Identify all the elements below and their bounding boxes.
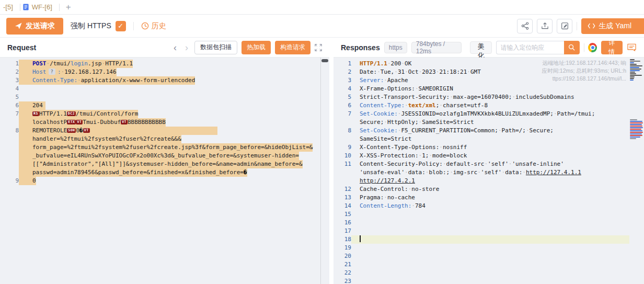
fullscreen-icon[interactable] (315, 44, 322, 51)
code-line: Host?:·192.168.127.146 (19, 68, 117, 76)
fuzz-help-badge[interactable]: ? (49, 69, 55, 75)
send-request-button[interactable]: 发送请求 (6, 18, 63, 35)
edit-button[interactable] (557, 19, 572, 33)
code-row: 90 (0, 177, 329, 185)
history-button[interactable]: 历史 (141, 21, 166, 31)
code-row: 21 (334, 260, 644, 269)
line-number: 19 (334, 244, 351, 252)
minimap-bar (630, 62, 634, 63)
code-line: Strict-Transport-Security:·max-age=16070… (351, 93, 574, 101)
code-row: 23 (334, 277, 644, 284)
code-row: 17 (334, 227, 644, 235)
generate-yaml-label: 生成 Yaml (599, 21, 631, 31)
line-number (0, 168, 19, 177)
code-row: 5Strict-Transport-Security:·max-age=1607… (334, 93, 644, 101)
force-https-label: 强制 HTTPS (71, 21, 111, 31)
tab-label: -[5] (3, 3, 13, 11)
code-row: Secure;·HttpOnly;·SameSite=Strict (334, 118, 644, 127)
overlay-line: ttps://192.168.127.146/tmui/l... (534, 75, 626, 83)
code-row: 16 (334, 219, 644, 227)
feedback-icon[interactable] (627, 43, 637, 52)
line-number: 10 (334, 152, 351, 160)
minimap-bar (630, 76, 635, 77)
toolbar-divider (133, 22, 134, 30)
text-cursor (360, 235, 361, 242)
line-number: 12 (334, 185, 351, 194)
code-row: [["Administrator","[All]"]]&systemuser-h… (0, 160, 329, 168)
editor-scrollbar-thumb[interactable] (321, 59, 328, 62)
toolbar-divider (577, 22, 577, 30)
next-request-button[interactable]: › (183, 43, 190, 52)
prev-request-button[interactable]: ‹ (171, 43, 179, 52)
code-line: HTTP/1.1·200·OK (351, 60, 411, 68)
file-icon (22, 4, 29, 10)
code-line: Server:·Apache (351, 76, 408, 85)
minimap-bar (630, 129, 641, 130)
minimap-bar (630, 72, 635, 73)
force-https-checkbox[interactable]: ✓ (116, 21, 126, 31)
tab-wf-5[interactable]: -[5] (1, 0, 20, 14)
main-split: Request ‹ › 数据包扫描 热加载 构造请求 1POST·/tmui/l… (0, 38, 644, 284)
locate-response-search (496, 41, 580, 54)
line-number: 1 (0, 60, 19, 68)
code-line (19, 93, 32, 101)
code-line: POST·/tmui/login.jsp·HTTP/1.1 (19, 60, 133, 68)
chrome-icon[interactable] (588, 43, 596, 52)
minimap-bar (630, 127, 643, 128)
tab-wf-6[interactable]: WF-[6] (20, 0, 59, 14)
response-editor[interactable]: 远端地址:192.168.127.146:443; 响 应时间:12ms; 总耗… (334, 58, 644, 284)
build-request-button[interactable]: 构造请求 (275, 41, 310, 54)
control-char-badge: DC2 (67, 111, 76, 116)
code-row: 1POST·/tmui/login.jsp·HTTP/1.1 (0, 60, 329, 68)
send-request-label: 发送请求 (26, 21, 55, 31)
share-button[interactable] (517, 19, 533, 33)
code-line: handler=%2ftmui%2fsystem%2fuser%2fcreate… (19, 135, 181, 143)
paper-plane-icon (15, 22, 22, 30)
code-line: X-XSS-Protection:·1;·mode=block (351, 152, 467, 160)
code-row: 12Cache-Control:·no-store (334, 185, 644, 194)
response-panel: Responses https 784bytes / 12ms 美化 详情 (334, 38, 644, 284)
minimap-bar (630, 70, 640, 71)
hot-reload-button[interactable]: 热加载 (242, 41, 271, 54)
code-line: REMOTEROLESOH0�VT→localhostETXENQadminEN… (19, 127, 217, 135)
minimap-bar (630, 59, 635, 60)
line-number: 18 (334, 235, 351, 244)
details-button[interactable]: 详情 (601, 41, 623, 54)
minimap-bar (630, 138, 636, 139)
panel-gap (329, 38, 334, 284)
minimap-bar (630, 75, 642, 76)
search-button[interactable] (564, 41, 580, 54)
code-line (351, 244, 360, 252)
line-number: 23 (334, 277, 351, 284)
control-char-badge: RS (32, 111, 39, 116)
editor-minimap[interactable] (629, 58, 644, 284)
code-line: Pragma:·no-cache (351, 194, 415, 202)
line-number (334, 177, 351, 185)
code-row: 'unsafe-eval'·data:·blob:;·img-src·'self… (334, 168, 644, 177)
line-number: 4 (0, 85, 19, 93)
line-number: 5 (334, 93, 351, 101)
code-row: 9X-Content-Type-Options:·nosniff (334, 143, 644, 152)
request-editor[interactable]: 1POST·/tmui/login.jsp·HTTP/1.12Host?:·19… (0, 58, 329, 284)
locate-response-input[interactable] (496, 41, 564, 54)
code-line: [["Administrator","[All]"]]&systemuser-h… (19, 160, 303, 168)
line-number: 4 (334, 85, 351, 93)
code-line: SameSite=Strict (351, 135, 411, 143)
export-button[interactable] (537, 19, 553, 33)
line-number (334, 168, 351, 177)
minimap-bar (630, 130, 642, 131)
minimap-bar (630, 126, 642, 127)
line-number: 7 (0, 110, 19, 118)
code-row: 5 (0, 93, 329, 101)
beautify-button[interactable]: 美化 (470, 41, 491, 54)
code-line: http://127.4.2.1 (351, 177, 415, 185)
code-line (351, 219, 360, 227)
add-tab-button[interactable]: + (60, 2, 77, 13)
generate-yaml-button[interactable]: 生成 Yaml (581, 18, 644, 34)
code-line: Cache-Control:·no-store (351, 185, 439, 194)
minimap-bar (630, 121, 642, 122)
code-line: Set-Cookie:·JSESSIONID=ozlafg1mTMVKXkbk4… (351, 110, 595, 118)
packet-scan-button[interactable]: 数据包扫描 (194, 41, 237, 54)
share-icon (521, 22, 529, 30)
code-line (351, 269, 360, 277)
